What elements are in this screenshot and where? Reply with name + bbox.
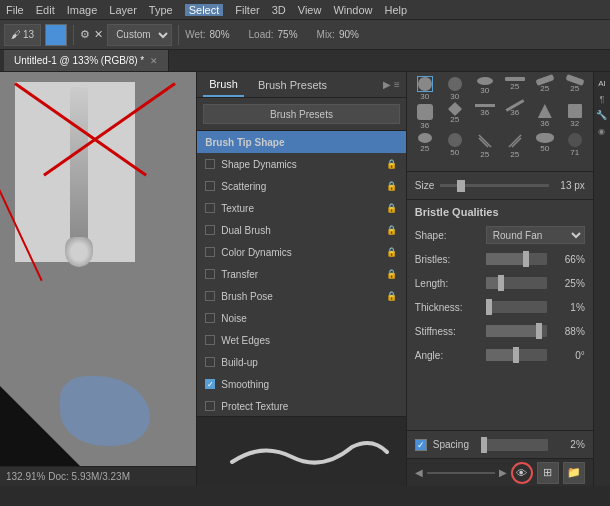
right-tool-circle[interactable]: ◉ — [595, 124, 609, 138]
scattering-check[interactable] — [205, 181, 215, 191]
angle-slider[interactable] — [486, 349, 547, 361]
dual-brush-check[interactable] — [205, 225, 215, 235]
tip-item-13[interactable]: 50 — [441, 132, 469, 159]
bottom-scrollbar[interactable] — [427, 472, 495, 474]
right-tool-ai[interactable]: AI — [595, 76, 609, 90]
transfer-check[interactable] — [205, 269, 215, 279]
brush-pose-check[interactable] — [205, 291, 215, 301]
zoom-level: 132.91% — [6, 471, 45, 482]
menu-file[interactable]: File — [6, 4, 24, 16]
size-slider-thumb[interactable] — [457, 180, 465, 192]
tip-item-1[interactable]: 30 — [441, 76, 469, 101]
wet-edges-check[interactable] — [205, 335, 215, 345]
tip-size-9: 36 — [510, 108, 519, 117]
scattering-option[interactable]: Scattering 🔒 — [197, 175, 406, 197]
dual-brush-lock-icon: 🔒 — [386, 225, 398, 235]
brush-presets-tab[interactable]: Brush Presets — [252, 72, 333, 97]
buildup-option[interactable]: Build-up — [197, 351, 406, 373]
length-row-label: Length: — [415, 278, 480, 289]
menu-3d[interactable]: 3D — [272, 4, 286, 16]
right-tool-paragraph[interactable]: ¶ — [595, 92, 609, 106]
thickness-slider-thumb[interactable] — [486, 299, 492, 315]
color-dynamics-option[interactable]: Color Dynamics 🔒 — [197, 241, 406, 263]
tip-item-7[interactable]: 25 — [441, 103, 469, 130]
mode-icon: ✕ — [94, 28, 103, 41]
tip-item-9[interactable]: 36 — [501, 103, 529, 130]
brush-presets-button[interactable]: Brush Presets — [203, 104, 400, 124]
length-slider-thumb[interactable] — [498, 275, 504, 291]
brush-pose-option[interactable]: Brush Pose 🔒 — [197, 285, 406, 307]
preset-select[interactable]: Custom — [107, 24, 172, 46]
spacing-slider[interactable] — [481, 439, 548, 451]
color-dynamics-check[interactable] — [205, 247, 215, 257]
wet-edges-option[interactable]: Wet Edges — [197, 329, 406, 351]
tab-close-btn[interactable]: ✕ — [150, 56, 158, 66]
smoothing-option[interactable]: Smoothing — [197, 373, 406, 395]
thickness-slider[interactable] — [486, 301, 547, 313]
size-slider-track[interactable] — [440, 184, 549, 187]
tip-shape-2 — [476, 76, 494, 86]
menu-select[interactable]: Select — [185, 4, 224, 16]
protect-texture-option[interactable]: Protect Texture — [197, 395, 406, 416]
transfer-option[interactable]: Transfer 🔒 — [197, 263, 406, 285]
right-tool-wrench[interactable]: 🔧 — [595, 108, 609, 122]
folder-icon-btn[interactable]: 📁 — [563, 462, 585, 484]
menu-window[interactable]: Window — [333, 4, 372, 16]
separator-1 — [73, 25, 74, 45]
tip-shape-4 — [535, 76, 555, 84]
brush-tab[interactable]: Brush — [203, 72, 244, 97]
tip-item-0[interactable]: 30 — [411, 76, 439, 101]
menu-type[interactable]: Type — [149, 4, 173, 16]
menu-filter[interactable]: Filter — [235, 4, 259, 16]
dual-brush-option[interactable]: Dual Brush 🔒 — [197, 219, 406, 241]
tip-item-3[interactable]: 25 — [501, 76, 529, 101]
tip-item-14[interactable]: 25 — [471, 132, 499, 159]
shape-row-label: Shape: — [415, 230, 480, 241]
brush-tool-btn[interactable]: 🖌 13 — [4, 24, 41, 46]
tip-item-15[interactable]: 25 — [501, 132, 529, 159]
length-slider[interactable] — [486, 277, 547, 289]
document-tab[interactable]: Untitled-1 @ 133% (RGB/8) * ✕ — [4, 50, 169, 71]
shape-dynamics-option[interactable]: Shape Dynamics 🔒 — [197, 153, 406, 175]
texture-option[interactable]: Texture 🔒 — [197, 197, 406, 219]
texture-check[interactable] — [205, 203, 215, 213]
bristles-slider-thumb[interactable] — [523, 251, 529, 267]
shape-select[interactable]: Round Fan — [486, 226, 585, 244]
shape-dynamics-check[interactable] — [205, 159, 215, 169]
length-value: 25% — [553, 278, 585, 289]
stiffness-slider[interactable] — [486, 325, 547, 337]
tip-item-12[interactable]: 25 — [411, 132, 439, 159]
spacing-slider-thumb[interactable] — [481, 437, 487, 453]
brush-tip-shape-option[interactable]: Brush Tip Shape — [197, 131, 406, 153]
spacing-checkbox[interactable]: ✓ — [415, 439, 427, 451]
scroll-right-icon[interactable]: ▶ — [499, 467, 507, 478]
highlighted-icon-btn[interactable]: 👁 — [511, 462, 533, 484]
tip-item-5[interactable]: 25 — [561, 76, 589, 101]
menu-image[interactable]: Image — [67, 4, 98, 16]
tip-item-11[interactable]: 32 — [561, 103, 589, 130]
tip-item-17[interactable]: 71 — [561, 132, 589, 159]
menu-help[interactable]: Help — [385, 4, 408, 16]
menu-view[interactable]: View — [298, 4, 322, 16]
menu-layer[interactable]: Layer — [109, 4, 137, 16]
tip-item-16[interactable]: 50 — [531, 132, 559, 159]
noise-check[interactable] — [205, 313, 215, 323]
tip-item-10[interactable]: 36 — [531, 103, 559, 130]
angle-slider-thumb[interactable] — [513, 347, 519, 363]
tip-item-4[interactable]: 25 — [531, 76, 559, 101]
buildup-label: Build-up — [221, 357, 398, 368]
settings-icon-btn[interactable]: ⊞ — [537, 462, 559, 484]
noise-option[interactable]: Noise — [197, 307, 406, 329]
stiffness-slider-thumb[interactable] — [536, 323, 542, 339]
brush-color-swatch[interactable] — [45, 24, 67, 46]
bristles-slider[interactable] — [486, 253, 547, 265]
buildup-check[interactable] — [205, 357, 215, 367]
tip-item-8[interactable]: 36 — [471, 103, 499, 130]
protect-texture-check[interactable] — [205, 401, 215, 411]
tip-item-2[interactable]: 30 — [471, 76, 499, 101]
tip-item-6[interactable]: 36 — [411, 103, 439, 130]
menu-edit[interactable]: Edit — [36, 4, 55, 16]
smoothing-check[interactable] — [205, 379, 215, 389]
canvas-area[interactable]: 132.91% Doc: 5.93M/3.23M — [0, 72, 197, 486]
scroll-left-icon[interactable]: ◀ — [415, 467, 423, 478]
